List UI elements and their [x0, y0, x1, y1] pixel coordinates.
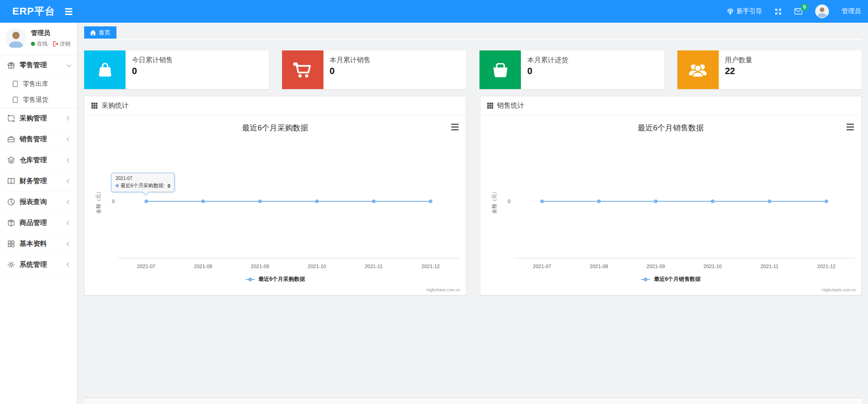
- sidebar-toggle-icon[interactable]: [65, 8, 72, 15]
- svg-text:2021-11: 2021-11: [760, 264, 778, 269]
- sidebar-item-basic-data[interactable]: 基本资料: [0, 234, 77, 254]
- chevron-left-icon: [67, 179, 71, 184]
- stat-card-today-sales[interactable]: 今日累计销售 0: [84, 50, 269, 89]
- purchase-stats-panel: 采购统计 最近6个月采购数据 2021-072021-082021-092021…: [84, 96, 466, 295]
- chevron-down-icon: [67, 62, 71, 67]
- logout-label: 注销: [60, 40, 71, 48]
- fullscreen-button[interactable]: [775, 8, 782, 15]
- chevron-left-icon: [67, 116, 71, 121]
- sidebar-item-system[interactable]: 系统管理: [0, 254, 77, 275]
- tab-home[interactable]: 首页: [84, 26, 116, 39]
- basket-icon: [490, 60, 510, 80]
- grid-icon: [7, 240, 15, 248]
- purchase-return-icon: [7, 115, 15, 122]
- card-title: 今日累计销售: [132, 56, 173, 65]
- sidebar-item-warehouse[interactable]: 仓库管理: [0, 150, 77, 171]
- online-status-icon: [31, 42, 35, 46]
- card-value: 0: [132, 66, 173, 76]
- svg-text:2021-12: 2021-12: [421, 264, 439, 269]
- card-value: 0: [330, 66, 371, 76]
- sidebar-item-retail-return[interactable]: 零售退货: [0, 92, 77, 108]
- stat-card-user-count[interactable]: 用户数量 22: [677, 50, 862, 89]
- svg-text:2021-08: 2021-08: [590, 264, 608, 269]
- chevron-left-icon: [67, 221, 71, 225]
- sidebar-item-reports[interactable]: 报表查询: [0, 192, 77, 213]
- svg-text:2021-09: 2021-09: [646, 264, 665, 269]
- th-grid-icon: [91, 102, 98, 109]
- highcharts-credits[interactable]: Highcharts.com.cn: [426, 288, 460, 292]
- footer-divider: [84, 398, 862, 404]
- legend-line-icon: [641, 277, 651, 282]
- chart-tooltip: 2021-07 最近6个月采购数据: 0: [111, 173, 175, 192]
- cart-icon: [293, 60, 313, 80]
- top-navbar: ERP平台 新手引导 0: [0, 0, 868, 23]
- panel-title: 销售统计: [497, 101, 525, 110]
- sales-chart: 最近6个月销售数据 2021-072021-082021-092021-1020…: [480, 115, 862, 295]
- line-chart[interactable]: 2021-072021-082021-092021-102021-112021-…: [85, 115, 467, 295]
- card-title: 本月累计销售: [330, 56, 371, 65]
- chart-legend[interactable]: 最近6个月采购数据: [85, 275, 466, 283]
- svg-text:2021-11: 2021-11: [365, 264, 383, 269]
- svg-text:2021-12: 2021-12: [817, 264, 835, 269]
- chart-legend[interactable]: 最近6个月销售数据: [480, 275, 862, 283]
- card-title: 用户数量: [725, 56, 752, 65]
- gear-icon: [7, 261, 15, 269]
- chevron-left-icon: [67, 158, 71, 163]
- card-value: 0: [527, 66, 568, 76]
- chevron-left-icon: [67, 200, 71, 204]
- purchase-chart: 最近6个月采购数据 2021-072021-082021-092021-1020…: [85, 115, 466, 295]
- sidebar-item-sales[interactable]: 销售管理: [0, 129, 77, 150]
- sidebar: 管理员 在线 注销 零售管: [0, 23, 77, 404]
- journal-icon: [12, 96, 19, 103]
- svg-text:2021-07: 2021-07: [137, 264, 155, 269]
- guide-button[interactable]: 新手引导: [727, 7, 762, 15]
- highcharts-credits[interactable]: Highcharts.com.cn: [822, 288, 856, 292]
- th-grid-icon: [487, 102, 494, 109]
- legend-line-icon: [245, 277, 255, 282]
- svg-text:2021-07: 2021-07: [533, 264, 551, 269]
- card-value: 22: [725, 66, 752, 76]
- sidebar-item-finance[interactable]: 财务管理: [0, 171, 77, 192]
- chevron-left-icon: [67, 263, 71, 267]
- sidebar-avatar[interactable]: [5, 28, 26, 49]
- sales-stats-panel: 销售统计 最近6个月销售数据 2021-072021-082021-092021…: [480, 96, 862, 295]
- gift-icon: [7, 61, 15, 69]
- svg-text:2021-08: 2021-08: [194, 264, 212, 269]
- sidebar-item-retail-outbound[interactable]: 零售出库: [0, 76, 77, 92]
- svg-text:2021-10: 2021-10: [703, 264, 722, 269]
- tab-bar: 首页: [84, 26, 862, 40]
- stat-card-month-sales[interactable]: 本月累计销售 0: [282, 50, 467, 89]
- sidebar-item-retail[interactable]: 零售管理: [0, 55, 77, 76]
- card-title: 本月累计进货: [527, 56, 568, 65]
- users-icon: [687, 60, 708, 80]
- journal-icon: [12, 80, 19, 87]
- box-icon: [7, 219, 15, 227]
- app-brand: ERP平台: [0, 5, 55, 18]
- home-icon: [90, 30, 96, 35]
- svg-text:金额（元）: 金额（元）: [96, 189, 101, 214]
- pie-chart-icon: [7, 198, 15, 206]
- navbar-avatar[interactable]: [815, 5, 829, 18]
- line-chart[interactable]: 2021-072021-082021-092021-102021-112021-…: [480, 115, 863, 295]
- navbar-username[interactable]: 管理员: [842, 7, 861, 15]
- svg-text:0: 0: [112, 199, 115, 204]
- sidebar-item-goods[interactable]: 商品管理: [0, 213, 77, 234]
- stat-card-month-purchase[interactable]: 本月累计进货 0: [479, 50, 664, 89]
- svg-text:2021-10: 2021-10: [308, 264, 326, 269]
- messages-button[interactable]: 0: [794, 8, 802, 15]
- series-dot-icon: [116, 184, 119, 187]
- chevron-left-icon: [67, 137, 71, 142]
- shopping-bag-icon: [96, 60, 115, 80]
- guide-label: 新手引导: [737, 7, 762, 15]
- briefcase-icon: [7, 135, 15, 143]
- logout-button[interactable]: 注销: [52, 40, 71, 48]
- sidebar-username: 管理员: [31, 29, 71, 37]
- chevron-left-icon: [67, 242, 71, 246]
- gem-icon: [727, 8, 734, 15]
- svg-text:金额（元）: 金额（元）: [491, 189, 497, 214]
- open-book-icon: [7, 177, 15, 185]
- svg-text:2021-09: 2021-09: [251, 264, 269, 269]
- sidebar-item-purchase[interactable]: 采购管理: [0, 108, 77, 129]
- online-status-label: 在线: [37, 40, 48, 48]
- layers-icon: [7, 156, 15, 164]
